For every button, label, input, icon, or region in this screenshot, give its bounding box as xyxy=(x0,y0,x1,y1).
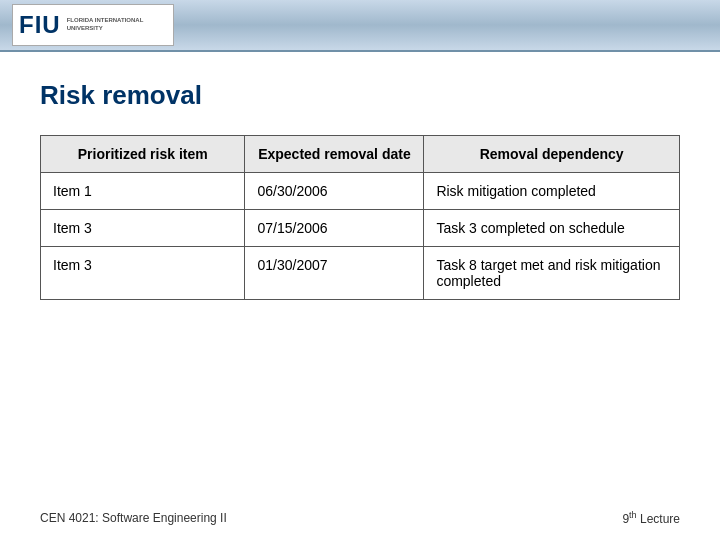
cell-dependency-0: Risk mitigation completed xyxy=(424,173,680,210)
logo-text: FIU xyxy=(19,11,61,39)
logo-box: FIU FLORIDA INTERNATIONAL UNIVERSITY xyxy=(12,4,174,46)
cell-dependency-1: Task 3 completed on schedule xyxy=(424,210,680,247)
main-content: Risk removal Prioritized risk item Expec… xyxy=(0,52,720,320)
cell-item-0: Item 1 xyxy=(41,173,245,210)
cell-dependency-2: Task 8 target met and risk mitigation co… xyxy=(424,247,680,300)
header-bar: FIU FLORIDA INTERNATIONAL UNIVERSITY xyxy=(0,0,720,52)
table-row: Item 106/30/2006Risk mitigation complete… xyxy=(41,173,680,210)
table-row: Item 307/15/2006Task 3 completed on sche… xyxy=(41,210,680,247)
col-header-date: Expected removal date xyxy=(245,136,424,173)
footer-lecture: 9th Lecture xyxy=(622,510,680,526)
cell-item-2: Item 3 xyxy=(41,247,245,300)
cell-date-1: 07/15/2006 xyxy=(245,210,424,247)
table-header-row: Prioritized risk item Expected removal d… xyxy=(41,136,680,173)
page-title: Risk removal xyxy=(40,80,680,111)
cell-date-0: 06/30/2006 xyxy=(245,173,424,210)
footer: CEN 4021: Software Engineering II 9th Le… xyxy=(0,510,720,526)
footer-course: CEN 4021: Software Engineering II xyxy=(40,511,227,525)
cell-item-1: Item 3 xyxy=(41,210,245,247)
cell-date-2: 01/30/2007 xyxy=(245,247,424,300)
col-header-dependency: Removal dependency xyxy=(424,136,680,173)
col-header-item: Prioritized risk item xyxy=(41,136,245,173)
logo-inner: FLORIDA INTERNATIONAL UNIVERSITY xyxy=(67,17,167,33)
table-row: Item 301/30/2007Task 8 target met and ri… xyxy=(41,247,680,300)
logo-sub: FLORIDA INTERNATIONAL UNIVERSITY xyxy=(67,17,167,33)
risk-table: Prioritized risk item Expected removal d… xyxy=(40,135,680,300)
